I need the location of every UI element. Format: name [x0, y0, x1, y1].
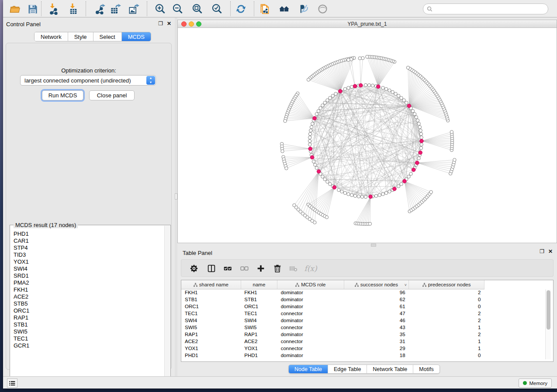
tab-network[interactable]: Network: [35, 32, 68, 41]
network-node[interactable]: [367, 84, 370, 87]
network-node[interactable]: [418, 125, 421, 128]
import-network-icon[interactable]: [47, 3, 60, 15]
column-header-predecessor-nodes[interactable]: predecessor nodes: [409, 280, 484, 289]
network-node[interactable]: [400, 96, 403, 100]
network-node[interactable]: [329, 96, 332, 100]
mcds-list-scrollbar[interactable]: [164, 226, 170, 386]
network-node[interactable]: [416, 119, 419, 122]
network-node[interactable]: [310, 125, 313, 128]
network-node[interactable]: [402, 99, 405, 102]
network-node[interactable]: [343, 191, 346, 194]
horizontal-splitter[interactable]: [177, 243, 557, 247]
network-node[interactable]: [364, 83, 367, 86]
network-node[interactable]: [388, 89, 391, 92]
first-neighbors-icon[interactable]: [277, 3, 291, 15]
network-node[interactable]: [311, 122, 314, 125]
float-panel-icon[interactable]: ❐: [158, 21, 163, 26]
deselect-all-icon[interactable]: [239, 263, 250, 274]
network-node[interactable]: [331, 94, 334, 97]
mcds-network-node[interactable]: [313, 117, 317, 120]
network-node[interactable]: [407, 175, 410, 178]
tab-mcds[interactable]: MCDS: [122, 32, 151, 41]
network-node[interactable]: [419, 129, 422, 132]
network-node[interactable]: [284, 119, 287, 122]
network-node[interactable]: [329, 182, 332, 186]
network-node[interactable]: [420, 136, 423, 139]
network-node[interactable]: [417, 122, 420, 125]
hide-selected-icon[interactable]: [297, 3, 310, 15]
network-node[interactable]: [315, 113, 318, 116]
float-panel-icon[interactable]: ❐: [540, 249, 544, 254]
network-node[interactable]: [309, 129, 312, 132]
mcds-network-node[interactable]: [393, 187, 397, 191]
network-node[interactable]: [384, 191, 387, 194]
network-node[interactable]: [360, 195, 363, 198]
network-node[interactable]: [358, 57, 361, 60]
network-node[interactable]: [334, 92, 337, 95]
network-node[interactable]: [406, 66, 409, 69]
network-canvas[interactable]: [178, 28, 557, 243]
network-node[interactable]: [347, 193, 350, 196]
mcds-result-item[interactable]: PHD1: [10, 230, 164, 237]
network-node[interactable]: [347, 58, 350, 61]
network-node[interactable]: [325, 216, 328, 219]
show-columns-icon[interactable]: [206, 263, 217, 274]
network-node[interactable]: [409, 172, 412, 175]
network-node[interactable]: [285, 167, 288, 170]
network-node[interactable]: [420, 143, 423, 146]
network-node[interactable]: [281, 150, 284, 153]
mcds-result-item[interactable]: SWI4: [10, 265, 164, 272]
close-panel-icon[interactable]: ✕: [548, 249, 553, 254]
network-node[interactable]: [397, 94, 400, 97]
tab-network-table[interactable]: Network Table: [367, 365, 413, 373]
mcds-network-node[interactable]: [412, 168, 415, 172]
export-image-icon[interactable]: [127, 3, 140, 15]
tab-edge-table[interactable]: Edge Table: [328, 365, 367, 373]
network-node[interactable]: [413, 113, 416, 116]
close-panel-icon[interactable]: ✕: [167, 21, 171, 26]
memory-button[interactable]: Memory: [519, 378, 552, 388]
network-node[interactable]: [308, 132, 311, 135]
table-row[interactable]: RAP1RAP1dominator352: [181, 331, 484, 338]
mcds-network-node[interactable]: [415, 161, 419, 165]
network-node[interactable]: [315, 166, 318, 169]
network-node[interactable]: [405, 101, 408, 104]
network-node[interactable]: [319, 107, 322, 110]
export-network-icon[interactable]: [93, 3, 106, 15]
new-network-from-selection-icon[interactable]: [258, 3, 271, 15]
network-node[interactable]: [317, 110, 320, 113]
network-node[interactable]: [400, 182, 403, 186]
show-all-icon[interactable]: [316, 3, 329, 15]
network-node[interactable]: [417, 157, 420, 160]
network-node[interactable]: [371, 84, 374, 87]
network-node[interactable]: [378, 193, 381, 196]
mcds-result-item[interactable]: TEC1: [10, 335, 164, 342]
column-header-shared-name[interactable]: shared name: [181, 280, 241, 289]
export-table-icon[interactable]: [109, 3, 122, 15]
import-table-icon[interactable]: [66, 3, 80, 15]
mcds-network-node[interactable]: [308, 147, 312, 151]
network-node[interactable]: [429, 190, 432, 193]
column-header-MCDS-role[interactable]: MCDS role: [277, 280, 344, 289]
mcds-network-node[interactable]: [419, 151, 422, 155]
apply-layout-icon[interactable]: [234, 3, 247, 15]
mcds-result-item[interactable]: RAP1: [10, 314, 164, 321]
mcds-result-item[interactable]: PMA2: [10, 279, 164, 286]
table-row[interactable]: YOX1YOX1connector291: [181, 345, 484, 352]
network-node[interactable]: [308, 139, 311, 142]
zoom-in-icon[interactable]: [153, 3, 166, 15]
mcds-network-node[interactable]: [339, 89, 343, 93]
mcds-network-node[interactable]: [317, 169, 321, 173]
mcds-result-item[interactable]: CAR1: [10, 237, 164, 244]
network-node[interactable]: [313, 221, 316, 224]
mcds-result-item[interactable]: YOX1: [10, 258, 164, 265]
table-row[interactable]: SWI5SWI5connector431: [181, 324, 484, 331]
add-column-icon[interactable]: [255, 263, 266, 274]
mcds-network-node[interactable]: [403, 179, 407, 183]
network-node[interactable]: [323, 178, 326, 181]
search-input[interactable]: [432, 6, 548, 12]
network-node[interactable]: [326, 180, 329, 183]
mcds-network-node[interactable]: [420, 139, 424, 143]
optimization-criterion-select[interactable]: largest connected component (undirected)…: [20, 75, 156, 86]
network-node[interactable]: [323, 101, 326, 104]
